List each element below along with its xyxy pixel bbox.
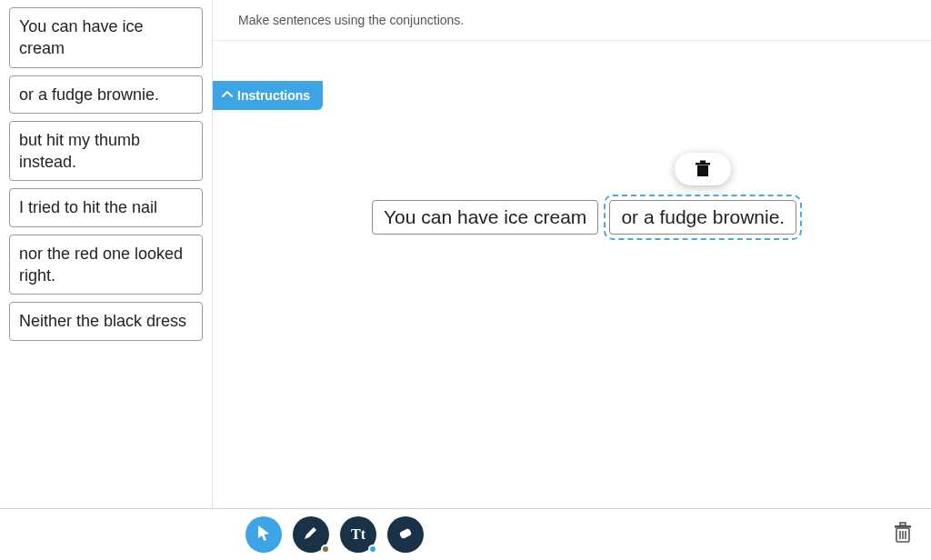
svg-rect-3 (399, 528, 412, 539)
instruction-bar: Make sentences using the conjunctions. (213, 0, 931, 41)
color-dot-icon (321, 545, 330, 554)
canvas-area[interactable]: You can have ice cream or a fudge browni… (213, 41, 931, 508)
selected-card-wrapper: or a fudge brownie. (609, 200, 796, 235)
app-container: You can have ice cream or a fudge browni… (0, 0, 931, 509)
eraser-icon (396, 524, 415, 545)
pointer-tool[interactable] (245, 516, 282, 553)
phrase-item[interactable]: Neither the black dress (9, 302, 203, 340)
text-tool[interactable]: Tt (340, 516, 376, 553)
eraser-tool[interactable] (387, 516, 424, 553)
delete-button[interactable] (675, 153, 731, 185)
svg-rect-2 (700, 161, 706, 164)
svg-rect-0 (697, 165, 708, 176)
phrase-item[interactable]: or a fudge brownie. (9, 75, 203, 114)
phrase-item[interactable]: You can have ice cream (9, 7, 203, 68)
placed-card[interactable]: You can have ice cream (372, 200, 598, 235)
trash-icon (695, 160, 711, 178)
clear-all-button[interactable] (893, 522, 913, 547)
trash-icon (893, 531, 913, 546)
phrase-item[interactable]: nor the red one looked right. (9, 235, 203, 295)
svg-rect-9 (900, 523, 906, 525)
pencil-tool[interactable] (293, 516, 329, 553)
phrase-sidebar: You can have ice cream or a fudge browni… (0, 0, 213, 508)
text-icon: Tt (351, 526, 365, 543)
phrase-item[interactable]: I tried to hit the nail (9, 188, 203, 226)
placed-row: You can have ice cream or a fudge browni… (372, 200, 796, 235)
bottom-toolbar: Tt (0, 509, 931, 560)
main-area: Make sentences using the conjunctions. I… (213, 0, 931, 508)
placed-card-selected[interactable]: or a fudge brownie. (609, 200, 796, 235)
svg-rect-1 (696, 163, 710, 165)
cursor-icon (255, 524, 273, 545)
color-dot-icon (368, 545, 377, 554)
pencil-icon (302, 524, 320, 545)
phrase-item[interactable]: but hit my thumb instead. (9, 121, 203, 182)
